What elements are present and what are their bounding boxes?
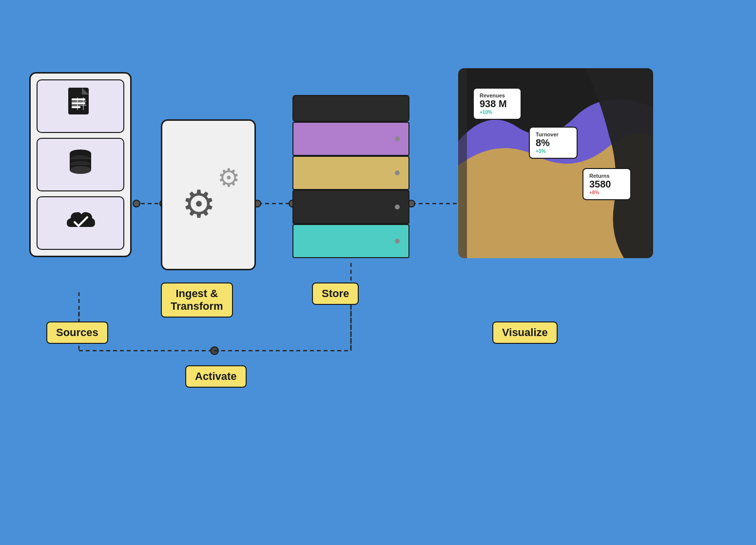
svg-point-1 [133, 200, 140, 207]
db-layer-3 [292, 190, 409, 224]
gears-container: ⚙ ⚙ [177, 163, 240, 226]
source-card-spreadsheet [37, 79, 124, 133]
turnover-change: +3% [536, 149, 571, 154]
source-card-database [37, 138, 124, 191]
spreadsheet-icon [66, 88, 95, 125]
revenues-label: Revenues [480, 93, 515, 98]
svg-rect-21 [72, 106, 80, 108]
activate-label: Activate [185, 365, 247, 388]
gear-big-icon: ⚙ [182, 182, 216, 226]
ingest-card: ⚙ ⚙ [161, 119, 256, 270]
store-container [288, 95, 414, 280]
database-stack [292, 95, 409, 251]
metric-card-revenues: Revenues 938 M +10% [473, 88, 522, 120]
metric-card-returns: Returns 3580 +8% [582, 168, 631, 200]
db-layer-1 [292, 122, 409, 156]
cloud-check-icon [64, 207, 97, 239]
turnover-label: Turnover [536, 132, 571, 137]
ingest-label: Ingest & Transform [161, 282, 233, 318]
turnover-value: 8% [536, 137, 571, 149]
returns-value: 3580 [589, 179, 624, 190]
db-layer-4 [292, 224, 409, 258]
store-label: Store [312, 282, 359, 305]
sources-label: Sources [46, 321, 108, 344]
visualize-container: Revenues 938 M +10% Turnover 8% +3% Retu… [458, 68, 658, 273]
revenues-change: +10% [480, 110, 515, 115]
svg-rect-34 [458, 68, 467, 258]
source-card-cloud [37, 196, 124, 250]
db-layer-2 [292, 156, 409, 190]
gear-small-icon: ⚙ [217, 163, 240, 192]
revenues-value: 938 M [480, 98, 515, 110]
database-icon [66, 149, 95, 181]
svg-rect-17 [68, 88, 82, 94]
returns-label: Returns [589, 173, 624, 179]
visualize-label: Visualize [492, 321, 558, 344]
db-layer-top [292, 95, 409, 122]
returns-change: +8% [589, 190, 624, 195]
diagram-container: Sources ⚙ ⚙ Ingest & Transform Activate [0, 0, 756, 545]
svg-point-11 [211, 347, 218, 355]
metric-card-turnover: Turnover 8% +3% [529, 127, 578, 159]
sources-stack [29, 72, 132, 257]
svg-point-32 [70, 166, 91, 174]
